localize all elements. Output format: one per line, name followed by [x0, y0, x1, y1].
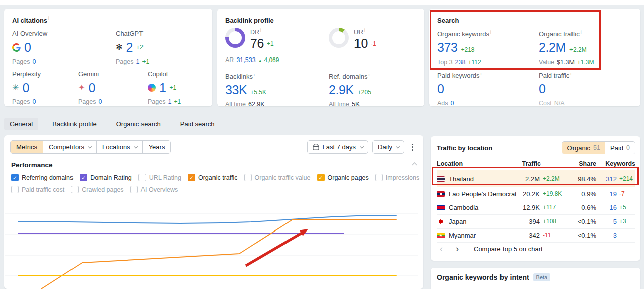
ref-domains-stat: Ref. domainsi 2.9K+205 All time5K	[329, 72, 371, 108]
info-icon: i	[260, 28, 261, 33]
checkbox-icon	[317, 174, 325, 181]
years-button[interactable]: Years	[143, 141, 171, 153]
locations-dropdown[interactable]: Locations	[97, 141, 143, 153]
checkbox-icon	[244, 174, 252, 181]
keywords-link[interactable]: 16	[596, 204, 617, 211]
perplexity-pages-link[interactable]: 0	[32, 98, 36, 105]
paid-traffic-stat: Paid traffici 0 CostN/A	[539, 71, 571, 107]
ai-overview-stat: AI Overview 0 Pages0	[12, 30, 47, 65]
report-tabs: General Backlink profile Organic search …	[4, 118, 221, 130]
granularity-dropdown[interactable]: Daily	[372, 140, 404, 154]
paid-keywords-value-link[interactable]: 0	[437, 82, 444, 96]
table-row-cambodia[interactable]: Cambodia 12.9K+117 0.6% 16+5	[437, 201, 635, 215]
chevron-down-icon	[396, 144, 400, 148]
keywords-link[interactable]: 5	[596, 218, 617, 225]
backlinks-value-link[interactable]: 33K	[225, 83, 247, 97]
paid-traffic-value-link[interactable]: 0	[539, 82, 546, 96]
organic-keywords-value-link[interactable]: 373	[437, 40, 458, 55]
info-icon: i	[570, 71, 571, 76]
calendar-icon	[313, 144, 319, 150]
checkbox-icon	[80, 174, 87, 181]
info-icon: i	[581, 30, 582, 35]
up-triangle-icon: ▲	[258, 58, 262, 63]
compare-top5-button[interactable]: Compare top 5 on chart	[474, 245, 543, 253]
chart-filter-group: Metrics Competitors Locations Years	[10, 140, 171, 154]
tab-backlink-profile[interactable]: Backlink profile	[47, 118, 102, 130]
collapse-chevron-icon[interactable]	[412, 163, 417, 168]
tab-paid-search[interactable]: Paid search	[175, 118, 221, 130]
checkbox-icon	[138, 174, 146, 181]
backlinks-stat: Backlinksi 33K+5.5K All time62.9K	[225, 72, 266, 108]
checkbox-icon	[188, 174, 195, 181]
info-icon: i	[254, 72, 255, 77]
domain-rating-stat: DRi 76+1	[225, 28, 274, 51]
location-table: Location Traffic Share Keywords Thailand…	[437, 157, 635, 243]
metric-domain-rating[interactable]: Domain Rating	[80, 174, 132, 181]
header-divider	[38, 0, 38, 5]
ai-citations-title: AI citations	[12, 17, 47, 24]
keywords-by-intent-card: Organic keywords by intent Beta	[431, 268, 640, 289]
more-options-button[interactable]	[408, 140, 416, 154]
chevron-down-icon	[88, 144, 92, 148]
organic-traffic-stat: Organic traffici 2.2M+2.2M Value$1.3M+1.…	[539, 30, 594, 66]
metric-referring-domains[interactable]: Referring domains	[11, 174, 73, 181]
table-row-thailand[interactable]: Thailand 2.2M+2.2M 98.4% 312+214	[437, 170, 635, 187]
ur-donut-chart	[329, 28, 349, 48]
prev-page-button[interactable]: ‹	[437, 244, 446, 253]
competitors-dropdown[interactable]: Competitors	[43, 141, 97, 153]
metric-organic-pages[interactable]: Organic pages	[317, 174, 369, 181]
copilot-count: 1	[159, 81, 166, 95]
top3-link[interactable]: 238	[455, 59, 466, 66]
ai-overview-count: 0	[24, 40, 31, 55]
divider	[437, 288, 634, 288]
metric-crawled-pages[interactable]: Crawled pages	[71, 186, 123, 193]
ai-overview-pages-link[interactable]: 0	[32, 58, 36, 65]
metric-toggles-row-1: Referring domains Domain Rating URL Rati…	[11, 174, 423, 181]
info-icon: i	[48, 16, 49, 21]
checkbox-icon	[71, 186, 79, 193]
beta-badge: Beta	[533, 273, 551, 281]
date-range-dropdown[interactable]: Last 7 days	[307, 140, 369, 154]
keywords-link[interactable]: 312	[596, 175, 617, 183]
organic-traffic-value-link[interactable]: 2.2M	[539, 40, 566, 55]
myanmar-flag-icon	[437, 233, 445, 238]
toggle-paid[interactable]: Paid0	[605, 142, 635, 154]
organic-paid-toggle: Organic51 Paid0	[562, 141, 635, 154]
paid-keywords-stat: Paid keywordsi 0 Ads0	[437, 71, 481, 107]
tab-organic-search[interactable]: Organic search	[111, 118, 166, 130]
next-page-button[interactable]: ›	[453, 244, 462, 253]
table-row-myanmar[interactable]: Myanmar 342-11 <0.1% 3	[437, 229, 635, 243]
metric-paid-traffic-cost[interactable]: Paid traffic cost	[11, 186, 64, 193]
keywords-link[interactable]: 3	[596, 232, 617, 239]
ar-value-link[interactable]: 31,533	[236, 56, 255, 64]
ads-link[interactable]: 0	[451, 100, 454, 107]
metric-url-rating[interactable]: URL Rating	[138, 174, 181, 181]
google-icon	[12, 43, 21, 52]
tab-general[interactable]: General	[4, 118, 38, 130]
metric-organic-traffic[interactable]: Organic traffic	[188, 174, 238, 181]
metric-toggles-row-2: Paid traffic cost Crawled pages AI Overv…	[11, 186, 178, 193]
copilot-icon	[148, 84, 156, 92]
header-bar	[0, 0, 644, 5]
perplexity-icon: ✳	[12, 84, 19, 92]
performance-card: Metrics Competitors Locations Years Last…	[4, 135, 423, 289]
metrics-button[interactable]: Metrics	[11, 141, 43, 153]
gemini-pages-link[interactable]: 0	[98, 98, 102, 105]
table-row-japan[interactable]: Japan 394+108 <0.1% 5+3	[437, 215, 635, 229]
table-row-laos[interactable]: Lao People's Democratic Reput 20.2K+19.8…	[437, 187, 635, 201]
search-card: Search Organic keywordsi 373+218 Top 323…	[429, 9, 640, 106]
checkbox-icon	[11, 174, 19, 181]
keywords-link[interactable]: 19	[596, 190, 617, 198]
dr-donut-chart	[225, 28, 245, 48]
toggle-organic[interactable]: Organic51	[562, 142, 605, 154]
info-icon: i	[490, 30, 491, 35]
chatgpt-pages-link[interactable]: 1	[136, 58, 139, 65]
metric-organic-traffic-value[interactable]: Organic traffic value	[244, 174, 311, 181]
gemini-count: 0	[88, 81, 95, 95]
metric-ai-overviews[interactable]: AI Overviews	[130, 186, 178, 193]
metric-impressions[interactable]: Impressions	[375, 174, 419, 181]
japan-flag-icon	[437, 219, 445, 224]
ref-domains-value-link[interactable]: 2.9K	[329, 83, 354, 97]
copilot-pages-link[interactable]: 1	[168, 98, 171, 105]
url-rating-stat: URi 10-1	[329, 28, 376, 51]
